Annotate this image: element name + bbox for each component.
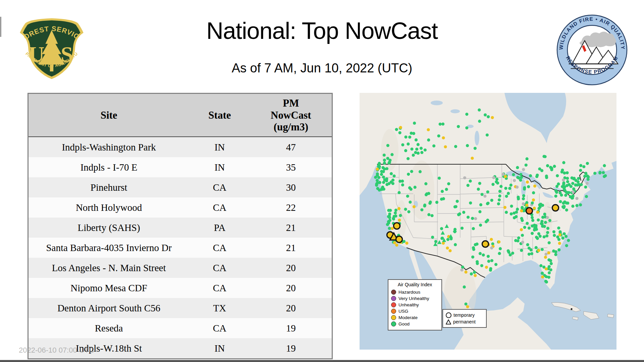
monitor-dot [474, 243, 477, 246]
monitor-dot [522, 168, 525, 171]
monitor-dot [549, 268, 552, 271]
monitor-dot [440, 227, 443, 230]
pm-cell: 20 [250, 258, 332, 278]
state-cell: CA [189, 238, 250, 258]
state-cell: IN [189, 137, 250, 157]
monitor-dot [399, 214, 402, 217]
monitor-dot [407, 142, 410, 145]
monitor-dot [398, 180, 401, 183]
monitor-dot [495, 178, 498, 181]
monitor-dot [543, 213, 546, 216]
monitor-dot [490, 246, 493, 249]
monitor-dot [541, 216, 544, 219]
monitor-dot [563, 189, 566, 192]
monitor-dot [503, 206, 506, 209]
monitor-dot [393, 241, 396, 244]
monitor-dot [424, 182, 427, 185]
aqi-legend-label: Moderate [398, 315, 418, 320]
monitor-dot [474, 274, 477, 277]
aqi-legend-item: USG [391, 308, 439, 314]
monitor-dot [549, 166, 552, 169]
timestamp-watermark: 2022-06-10 07:00 UTC [19, 346, 94, 355]
monitor-dot [586, 182, 589, 185]
monitor-dot [604, 174, 607, 177]
monitor-dot [441, 190, 444, 193]
monitor-dot [395, 244, 398, 247]
legend-item-temporary: temporary [446, 312, 483, 318]
monitor-dot [542, 155, 545, 158]
monitor-dot [516, 208, 519, 211]
state-cell: IN [189, 338, 250, 359]
monitor-dot [541, 272, 544, 275]
monitor-dot [541, 276, 544, 279]
monitor-dot [535, 175, 538, 178]
monitor-dot [486, 133, 489, 136]
monitor-dot [423, 204, 426, 207]
monitor-dot [520, 209, 523, 212]
monitor-dot [395, 128, 398, 131]
state-cell: CA [189, 318, 250, 338]
monitor-dot [544, 253, 547, 256]
monitor-dot [557, 248, 560, 251]
monitor-dot [571, 205, 574, 208]
monitor-dot [487, 260, 490, 263]
monitor-dot [499, 185, 502, 188]
monitor-dot [517, 176, 520, 179]
monitor-dot [547, 251, 550, 254]
monitor-dot [526, 222, 529, 225]
monitor-dot [552, 205, 559, 211]
monitor-dot [546, 227, 549, 230]
monitor-dot [580, 183, 583, 186]
monitor-dot [454, 243, 457, 246]
monitor-dot [527, 185, 530, 188]
monitor-dot [469, 201, 472, 204]
temporary-marker-icon [446, 312, 451, 318]
monitor-dot [491, 116, 494, 119]
col-header-state: State [189, 94, 250, 137]
monitor-dot [407, 157, 410, 160]
wfaqrp-logo-icon: WILDLAND FIRE • AIR QUALITY RESPONSE PRO… [555, 13, 629, 86]
monitor-dot [398, 219, 401, 222]
monitor-dot [532, 191, 535, 194]
monitor-dot [533, 224, 536, 227]
monitor-dot [498, 194, 501, 197]
monitor-dot [516, 166, 519, 169]
monitor-dot [579, 203, 582, 206]
monitor-dot [427, 192, 430, 195]
monitor-dot [571, 196, 574, 199]
monitor-dot [543, 225, 546, 228]
monitor-dot [515, 215, 518, 218]
monitor-dot [482, 253, 485, 256]
monitor-dot [543, 235, 546, 238]
monitor-dot [383, 154, 386, 157]
monitor-dot [575, 197, 578, 200]
monitor-dot [520, 249, 523, 252]
monitor-dot [413, 205, 416, 208]
monitor-dot [390, 172, 393, 175]
monitor-dot [407, 173, 410, 176]
monitor-dot [577, 177, 580, 180]
monitor-dot [557, 238, 560, 241]
monitor-dot [603, 164, 606, 167]
monitor-dot [557, 182, 560, 185]
monitor-dot [391, 182, 394, 185]
monitor-dot [397, 207, 400, 210]
monitor-dot [487, 115, 490, 118]
aqi-color-swatch [391, 309, 396, 314]
monitor-dot [526, 243, 529, 246]
aqi-legend-item: Good [391, 321, 439, 327]
monitor-dot [541, 248, 544, 251]
monitor-dot [391, 179, 394, 182]
monitor-dot [558, 233, 561, 236]
aqi-color-swatch [391, 290, 396, 295]
monitor-dot [382, 181, 385, 184]
monitor-dot [546, 231, 549, 234]
monitor-dot [486, 219, 489, 222]
monitor-dot [491, 183, 494, 186]
monitor-dot [486, 190, 489, 193]
monitor-dot [456, 200, 459, 203]
monitor-dot [376, 179, 379, 182]
monitor-dot [382, 170, 385, 173]
table-row: Santa Barbara-4035 Invierno DrCA21 [28, 238, 332, 258]
monitor-dot [472, 227, 475, 230]
